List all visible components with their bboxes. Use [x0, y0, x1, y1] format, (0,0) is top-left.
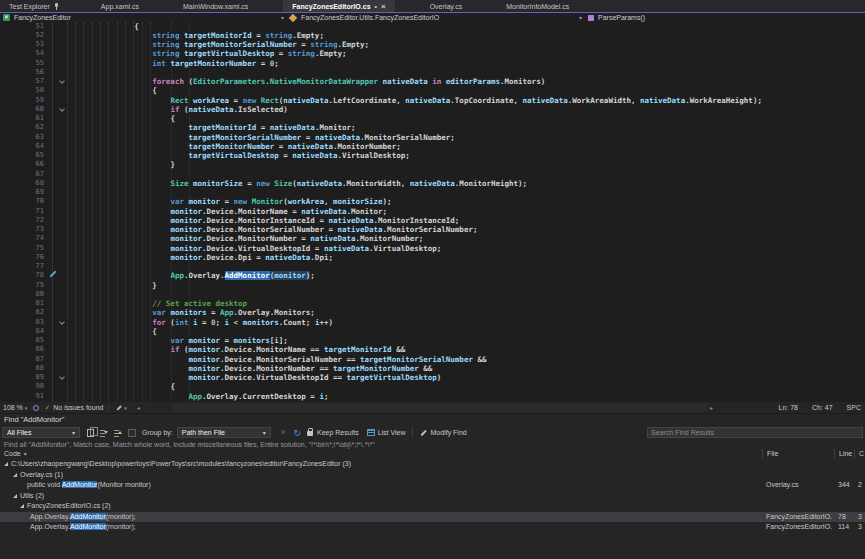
line-number[interactable]: 73 [0, 225, 44, 234]
line-number[interactable]: 84 [0, 327, 44, 336]
code-line[interactable]: 82 var monitors = App.Overlay.Monitors; [0, 308, 865, 317]
code-line[interactable]: 54 string targetVirtualDesktop = string.… [0, 49, 865, 58]
code-editor[interactable]: 51 {52 string targetMonitorId = string.E… [0, 22, 865, 402]
line-number[interactable]: 81 [0, 299, 44, 308]
tool-window-tab-test-explorer[interactable]: Test Explorer [0, 0, 64, 12]
line-number[interactable]: 52 [0, 31, 44, 40]
document-tab[interactable]: App.xaml.cs [92, 0, 148, 12]
code-line[interactable]: 76 monitor.Device.Dpi = nativeData.Dpi; [0, 253, 865, 262]
line-number[interactable]: 55 [0, 59, 44, 68]
code-line[interactable]: 71 monitor.Device.MonitorName = nativeDa… [0, 207, 865, 216]
code-line[interactable]: 87 monitor.Device.MonitorSerialNumber ==… [0, 355, 865, 364]
result-group-row[interactable]: C:\Users\zhaopengwang\Desktop\powertoys\… [0, 459, 865, 470]
modify-find-button[interactable]: Modify Find [431, 429, 467, 436]
code-line[interactable]: 84 { [0, 327, 865, 336]
expanded-triangle-icon[interactable] [13, 473, 17, 477]
code-line[interactable]: 64 targetMonitorNumber = nativeData.Moni… [0, 142, 865, 151]
expanded-triangle-icon[interactable] [4, 462, 8, 466]
line-number[interactable]: 76 [0, 253, 44, 262]
line-number[interactable]: 91 [0, 392, 44, 401]
collapse-all-button[interactable] [114, 429, 122, 437]
code-line[interactable]: 70 var monitor = new Monitor(workArea, m… [0, 197, 865, 206]
column-header-line[interactable]: Line [834, 449, 854, 458]
line-number[interactable]: 60 [0, 105, 44, 114]
column-header-file[interactable]: File [762, 449, 834, 458]
result-group-row[interactable]: Overlay.cs (1) [0, 470, 865, 481]
code-line[interactable]: 61 { [0, 114, 865, 123]
line-number[interactable]: 83 [0, 318, 44, 327]
line-number[interactable]: 74 [0, 234, 44, 243]
code-line[interactable]: 90 { [0, 382, 865, 391]
code-line[interactable]: 57 foreach (EditorParameters.NativeMonit… [0, 77, 865, 86]
line-number[interactable]: 67 [0, 170, 44, 179]
code-line[interactable]: 78 App.Overlay.AddMonitor(monitor); [0, 271, 865, 280]
result-group-row[interactable]: Utils (2) [0, 491, 865, 502]
line-number[interactable]: 66 [0, 160, 44, 169]
document-tab[interactable]: Overlay.cs [421, 0, 472, 12]
line-number[interactable]: 89 [0, 373, 44, 382]
line-number[interactable]: 51 [0, 22, 44, 31]
line-number[interactable]: 88 [0, 364, 44, 373]
close-icon[interactable]: × [381, 2, 386, 11]
line-number[interactable]: 78 [0, 271, 44, 280]
member-dropdown[interactable]: ParseParams() [585, 13, 865, 22]
code-line[interactable]: 55 int targetMonitorNumber = 0; [0, 59, 865, 68]
document-health-icon[interactable] [33, 405, 39, 411]
line-number[interactable]: 57 [0, 77, 44, 86]
result-match-row[interactable]: App.Overlay.AddMonitor(monitor);FancyZon… [0, 522, 865, 533]
code-line[interactable]: 73 monitor.Device.MonitorSerialNumber = … [0, 225, 865, 234]
line-number[interactable]: 86 [0, 345, 44, 354]
code-line[interactable]: 53 string targetMonitorSerialNumber = st… [0, 40, 865, 49]
code-line[interactable]: 72 monitor.Device.MonitorInstanceId = na… [0, 216, 865, 225]
expanded-triangle-icon[interactable] [13, 494, 17, 498]
line-number[interactable]: 56 [0, 68, 44, 77]
code-line[interactable]: 58 { [0, 86, 865, 95]
line-number[interactable]: 65 [0, 151, 44, 160]
line-number[interactable]: 70 [0, 197, 44, 206]
line-number[interactable]: 71 [0, 207, 44, 216]
line-number[interactable]: 77 [0, 262, 44, 271]
horizontal-scrollbar[interactable] [173, 403, 707, 412]
code-line[interactable]: 79 } [0, 281, 865, 290]
expand-all-button[interactable] [100, 429, 108, 437]
code-filter-dropdown[interactable]: Code▾ [4, 449, 27, 459]
code-line[interactable]: 60 if (nativeData.IsSelected) [0, 105, 865, 114]
code-line[interactable]: 88 monitor.Device.MonitorNumber == targe… [0, 364, 865, 373]
document-tab[interactable]: MainWindow.xaml.cs [174, 0, 257, 12]
result-match-row[interactable]: public void AddMonitor(Monitor monitor)O… [0, 480, 865, 491]
code-line[interactable]: 85 var monitor = monitors[i]; [0, 336, 865, 345]
line-number[interactable]: 80 [0, 290, 44, 299]
type-dropdown[interactable]: FancyZonesEditor.Utils.FancyZonesEditorI… [287, 13, 585, 22]
code-line[interactable]: 86 if (monitor.Device.MonitorName == tar… [0, 345, 865, 354]
line-number[interactable]: 54 [0, 49, 44, 58]
line-number[interactable]: 58 [0, 86, 44, 95]
code-line[interactable]: 80 [0, 290, 865, 299]
list-view-button[interactable]: List View [378, 429, 406, 436]
code-line[interactable]: 89 monitor.Device.VirtualDesktopId == ta… [0, 373, 865, 382]
result-match-row[interactable]: App.Overlay.AddMonitor(monitor);FancyZon… [0, 512, 865, 523]
code-line[interactable]: 74 monitor.Device.MonitorNumber = native… [0, 234, 865, 243]
line-number[interactable]: 68 [0, 179, 44, 188]
repeat-search-button[interactable]: ↻ [293, 429, 301, 437]
line-number[interactable]: 59 [0, 96, 44, 105]
scope-dropdown[interactable]: All Files ▾ [2, 427, 80, 438]
code-line[interactable]: 52 string targetMonitorId = string.Empty… [0, 31, 865, 40]
code-line[interactable]: 63 targetMonitorSerialNumber = nativeDat… [0, 133, 865, 142]
code-line[interactable]: 51 { [0, 22, 865, 31]
line-number[interactable]: 53 [0, 40, 44, 49]
expanded-triangle-icon[interactable] [20, 504, 24, 508]
code-line[interactable]: 81 // Set active desktop [0, 299, 865, 308]
code-line[interactable]: 83 for (int i = 0; i < monitors.Count; i… [0, 318, 865, 327]
column-header-col[interactable]: C [854, 449, 865, 458]
document-tab[interactable]: FancyZonesEditorIO.cs•× [283, 0, 394, 12]
code-line[interactable]: 59 Rect workArea = new Rect(nativeData.L… [0, 96, 865, 105]
project-dropdown[interactable]: # FancyZonesEditor ▾ [0, 13, 287, 22]
preview-toggle-button[interactable] [128, 429, 136, 437]
code-line[interactable]: 68 Size monitorSize = new Size(nativeDat… [0, 179, 865, 188]
pin-icon[interactable] [52, 2, 60, 10]
code-line[interactable]: 91 App.Overlay.CurrentDesktop = i; [0, 392, 865, 401]
line-number[interactable]: 79 [0, 281, 44, 290]
keep-results-button[interactable]: Keep Results [317, 429, 359, 436]
code-line[interactable]: 77 [0, 262, 865, 271]
code-line[interactable]: 65 targetVirtualDesktop = nativeData.Vir… [0, 151, 865, 160]
